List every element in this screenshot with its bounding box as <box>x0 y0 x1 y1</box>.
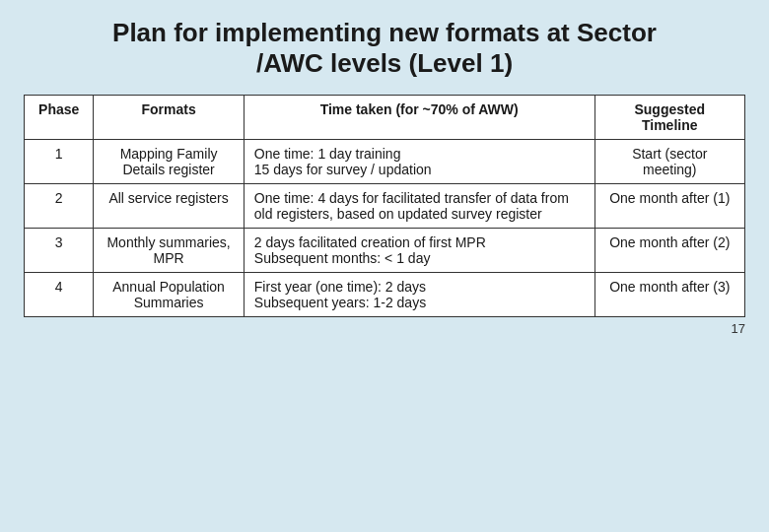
cell-formats: All service registers <box>94 184 244 229</box>
cell-suggested: One month after (3) <box>594 273 744 317</box>
cell-suggested: Start (sector meeting) <box>594 140 744 184</box>
table-row: 2All service registersOne time: 4 days f… <box>25 184 745 229</box>
header-suggested: Suggested Timeline <box>594 96 744 140</box>
cell-phase: 3 <box>25 229 94 273</box>
table-row: 4Annual Population SummariesFirst year (… <box>25 273 745 317</box>
header-phase: Phase <box>25 96 94 140</box>
table-row: 1Mapping Family Details registerOne time… <box>25 140 745 184</box>
cell-time: First year (one time): 2 daysSubsequent … <box>244 273 594 317</box>
header-formats: Formats <box>94 96 244 140</box>
title-line2: /AWC levels (Level 1) <box>256 48 513 78</box>
cell-suggested: One month after (2) <box>594 229 744 273</box>
page-number: 17 <box>24 321 745 336</box>
cell-phase: 4 <box>25 273 94 317</box>
table-row: 3Monthly summaries, MPR2 days facilitate… <box>25 229 745 273</box>
cell-time: One time: 1 day training15 days for surv… <box>244 140 594 184</box>
implementation-table: Phase Formats Time taken (for ~70% of AW… <box>24 95 745 317</box>
cell-phase: 2 <box>25 184 94 229</box>
cell-time: 2 days facilitated creation of first MPR… <box>244 229 594 273</box>
title-line1: Plan for implementing new formats at Sec… <box>112 18 657 47</box>
cell-phase: 1 <box>25 140 94 184</box>
slide-title: Plan for implementing new formats at Sec… <box>24 18 745 79</box>
cell-formats: Annual Population Summaries <box>94 273 244 317</box>
cell-formats: Mapping Family Details register <box>94 140 244 184</box>
cell-suggested: One month after (1) <box>594 184 744 229</box>
slide: Plan for implementing new formats at Sec… <box>24 18 745 336</box>
cell-time: One time: 4 days for facilitated transfe… <box>244 184 594 229</box>
header-time: Time taken (for ~70% of AWW) <box>244 96 594 140</box>
cell-formats: Monthly summaries, MPR <box>94 229 244 273</box>
